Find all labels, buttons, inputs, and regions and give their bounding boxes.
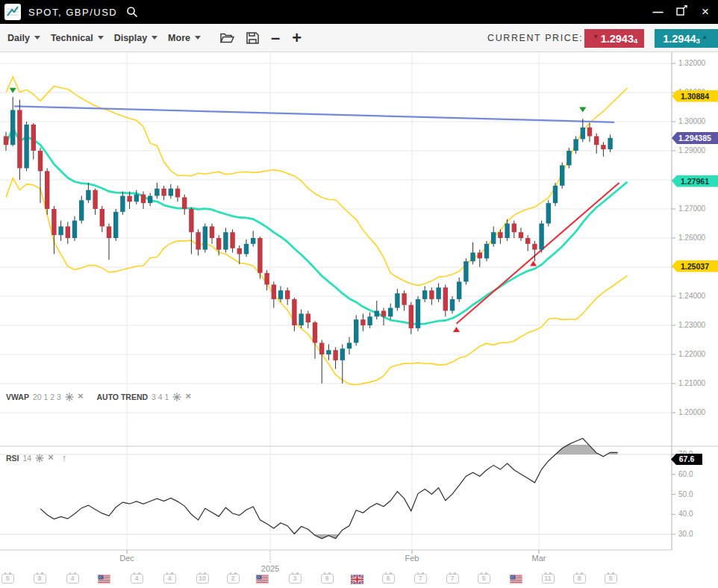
- zoom-out-icon[interactable]: –: [271, 31, 280, 46]
- buy-marker-icon: [453, 327, 460, 332]
- resistance-trendline: [14, 106, 614, 122]
- rsi-close-icon[interactable]: ×: [48, 454, 54, 461]
- vwap-settings-gear-icon[interactable]: [65, 392, 74, 401]
- candles-layer: [4, 97, 613, 384]
- calendar-event-icon[interactable]: 4: [163, 574, 176, 584]
- menu-display[interactable]: Display: [114, 33, 157, 43]
- trend-markers-layer: [10, 88, 587, 332]
- calendar-event-icon[interactable]: 7: [414, 574, 427, 584]
- calendar-event-icon[interactable]: 3: [289, 574, 302, 584]
- calendar-event-icon[interactable]: 5: [478, 574, 490, 584]
- toolbar: Daily Technical Display More – + CURRENT…: [0, 24, 718, 52]
- zoom-in-icon[interactable]: +: [292, 31, 302, 46]
- title-bar: SPOT, GBP/USD — ×: [0, 0, 718, 24]
- chevron-down-icon: [195, 36, 201, 40]
- us-flag-icon[interactable]: [256, 574, 269, 584]
- bid-price-badge: ▼1.29434: [584, 29, 644, 48]
- save-icon[interactable]: [246, 32, 259, 44]
- sell-marker-icon: [579, 107, 586, 113]
- chevron-down-icon: [34, 36, 40, 40]
- close-button[interactable]: ×: [699, 0, 712, 24]
- minimize-button[interactable]: —: [651, 0, 664, 24]
- grid-layer: [0, 52, 718, 563]
- vwap-close-icon[interactable]: ×: [78, 392, 84, 400]
- window-title: SPOT, GBP/USD: [28, 7, 117, 18]
- restore-button[interactable]: [675, 0, 688, 24]
- calendar-event-icon[interactable]: 6: [382, 574, 395, 584]
- chevron-down-icon: [98, 36, 104, 40]
- search-icon[interactable]: [126, 6, 138, 18]
- current-price-label: CURRENT PRICE:: [487, 33, 583, 43]
- calendar-event-icon[interactable]: 4: [131, 574, 143, 584]
- calendar-event-icon[interactable]: 9: [321, 574, 334, 584]
- up-arrow-icon: ▲: [702, 33, 708, 40]
- calendar-event-icon[interactable]: 8: [573, 574, 586, 584]
- vwap-line: [6, 128, 628, 325]
- autotrend-settings-gear-icon[interactable]: [172, 392, 181, 401]
- trendlines-layer: [14, 106, 619, 323]
- calendar-event-icon[interactable]: 10: [196, 574, 209, 584]
- rsi-move-up-icon[interactable]: ↑: [62, 452, 67, 463]
- app-logo-icon: [4, 4, 21, 20]
- down-arrow-icon: ▼: [593, 33, 599, 40]
- calendar-event-icon[interactable]: 5: [605, 574, 617, 584]
- buy-marker-icon: [530, 260, 537, 266]
- calendar-event-icon[interactable]: 8: [34, 574, 46, 584]
- chart-window: 1.320001.310001.300001.290001.280001.270…: [0, 0, 718, 588]
- economic-event-row: 584441023967751185: [0, 572, 718, 587]
- menu-more[interactable]: More: [168, 33, 201, 43]
- ask-price-badge: 1.29443▲: [655, 29, 718, 48]
- calendar-event-icon[interactable]: 4: [66, 574, 79, 584]
- open-folder-icon[interactable]: [220, 32, 234, 44]
- chevron-down-icon: [152, 36, 157, 40]
- calendar-event-icon[interactable]: 5: [1, 574, 14, 584]
- calendar-event-icon[interactable]: 2: [227, 574, 240, 584]
- us-flag-icon[interactable]: [98, 574, 110, 584]
- chart-canvas[interactable]: [0, 0, 718, 588]
- menu-daily[interactable]: Daily: [7, 33, 40, 43]
- us-flag-icon[interactable]: [510, 574, 522, 584]
- autotrend-close-icon[interactable]: ×: [185, 392, 191, 400]
- rsi-settings-gear-icon[interactable]: [35, 454, 44, 463]
- menu-technical[interactable]: Technical: [51, 33, 104, 43]
- calendar-event-icon[interactable]: 7: [446, 574, 459, 584]
- calendar-event-icon[interactable]: 11: [542, 574, 555, 584]
- uk-flag-icon[interactable]: [351, 574, 363, 584]
